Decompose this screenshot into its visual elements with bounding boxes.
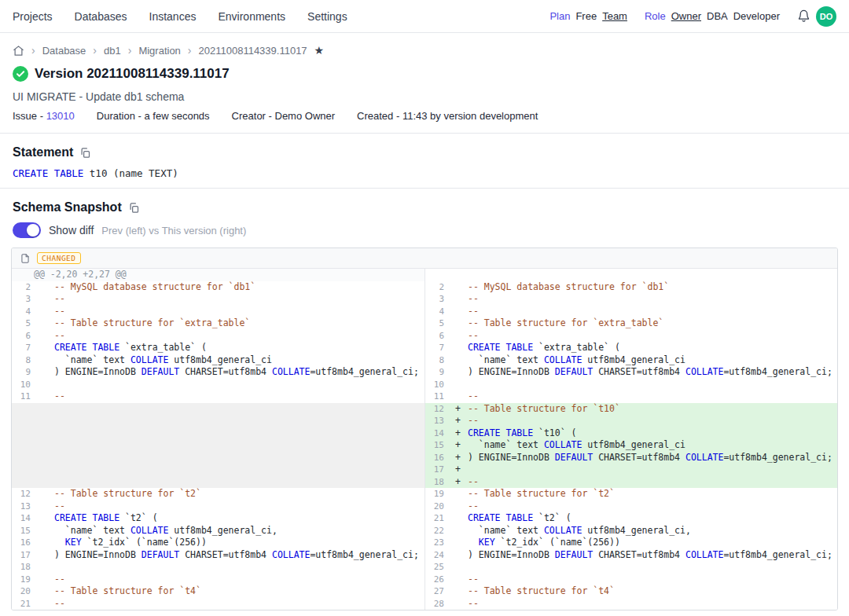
chevron-right-icon: › <box>31 45 35 56</box>
main-nav: Projects Databases Instances Environment… <box>13 10 347 23</box>
line-number: 9 <box>12 366 35 379</box>
copy-snapshot-icon[interactable] <box>128 202 140 214</box>
line-content: -- Table structure for `extra_table` <box>54 317 424 330</box>
favorite-star-icon[interactable]: ★ <box>314 44 325 57</box>
breadcrumb-version[interactable]: 20211008114339.11017 <box>199 45 307 57</box>
diff-line: 15+ `name` text COLLATE utf8mb4_general_… <box>425 439 837 452</box>
diff-line: 3-- <box>425 293 837 306</box>
line-content <box>54 476 424 489</box>
diff-sign <box>35 306 54 318</box>
line-number: 4 <box>12 306 35 318</box>
breadcrumb-db1[interactable]: db1 <box>104 45 121 57</box>
line-content: -- MySQL database structure for `db1` <box>54 281 424 294</box>
line-number: 2 <box>12 281 35 294</box>
plan-team-link[interactable]: Team <box>602 10 627 22</box>
diff-line: 10 <box>12 379 424 391</box>
line-number: 12 <box>425 403 449 416</box>
line-content: -- Table structure for `t2` <box>54 488 424 500</box>
diff-line: @@ -2,20 +2,27 @@ <box>12 269 424 281</box>
copy-statement-icon[interactable] <box>79 147 91 159</box>
line-number: 17 <box>425 464 449 476</box>
line-content: `name` text COLLATE utf8mb4_general_ci, <box>468 525 837 537</box>
line-content: -- Table structure for `t2` <box>468 488 837 500</box>
diff-line: 17+ <box>425 464 837 476</box>
role-label-link[interactable]: Role <box>645 10 666 22</box>
diff-line: 10 <box>425 379 837 391</box>
diff-sign <box>449 366 468 379</box>
line-number <box>12 452 35 464</box>
line-content: -- <box>468 390 837 403</box>
diff-line: 21CREATE TABLE `t2` ( <box>425 512 837 525</box>
breadcrumb-database[interactable]: Database <box>42 45 86 57</box>
diff-sign <box>35 366 54 379</box>
diff-line: 4-- <box>425 306 837 318</box>
diff-sign <box>35 598 54 610</box>
line-content <box>468 379 837 391</box>
line-content: -- <box>54 598 424 610</box>
line-content: CREATE TABLE `t2` ( <box>468 512 837 525</box>
line-number: 5 <box>425 317 449 330</box>
diff-line: 13+-- <box>425 415 837 427</box>
diff-sign <box>35 512 54 525</box>
diff-sign <box>449 574 468 586</box>
diff-sign <box>35 330 54 343</box>
line-number: 18 <box>12 561 35 574</box>
line-number: 15 <box>425 439 449 452</box>
show-diff-row: Show diff Prev (left) vs This version (r… <box>0 222 849 238</box>
schema-file-icon <box>20 253 31 264</box>
diff-sign <box>449 598 468 610</box>
nav-projects[interactable]: Projects <box>13 10 53 23</box>
diff-right-column: 2-- MySQL database structure for `db1`3-… <box>424 269 837 610</box>
line-number: 23 <box>425 537 449 549</box>
line-number: 28 <box>425 598 449 610</box>
meta-duration: Duration - a few seconds <box>97 110 210 122</box>
nav-databases[interactable]: Databases <box>75 10 127 23</box>
line-number <box>12 439 35 452</box>
line-content: CREATE TABLE `extra_table` ( <box>468 342 837 354</box>
diff-sign: + <box>449 476 468 489</box>
breadcrumb: › Database › db1 › Migration › 202110081… <box>0 33 849 57</box>
line-content: -- <box>468 500 837 513</box>
show-diff-toggle[interactable] <box>13 222 41 238</box>
breadcrumb-migration[interactable]: Migration <box>138 45 180 57</box>
sql-rest: t10 (name TEXT) <box>83 167 178 179</box>
diff-line: 5-- Table structure for `extra_table` <box>425 317 837 330</box>
diff-sign: + <box>449 452 468 464</box>
diff-sign <box>35 574 54 586</box>
notifications-bell-icon[interactable] <box>797 9 810 23</box>
line-number: 14 <box>12 512 35 525</box>
version-header: Version 20211008114339.11017 <box>0 66 849 82</box>
diff-sign <box>35 403 54 416</box>
line-number: 9 <box>425 366 449 379</box>
diff-line: 11-- <box>425 390 837 403</box>
home-icon[interactable] <box>13 45 24 57</box>
diff-sign: + <box>449 415 468 427</box>
plan-label-link[interactable]: Plan <box>549 10 570 22</box>
diff-sign <box>35 476 54 489</box>
diff-line: 18 <box>12 561 424 574</box>
diff-line <box>12 476 424 489</box>
role-owner[interactable]: Owner <box>671 10 701 22</box>
diff-sign: + <box>449 427 468 440</box>
line-content: -- MySQL database structure for `db1` <box>468 281 837 294</box>
line-content: -- <box>468 476 837 489</box>
diff-sign <box>35 439 54 452</box>
nav-settings[interactable]: Settings <box>307 10 347 23</box>
diff-line: 23 KEY `t2_idx` (`name`(256)) <box>425 537 837 549</box>
nav-environments[interactable]: Environments <box>218 10 285 23</box>
line-number: 27 <box>425 585 449 598</box>
line-number: 8 <box>12 354 35 367</box>
chevron-right-icon: › <box>188 45 192 56</box>
issue-link[interactable]: 13010 <box>46 110 75 122</box>
line-number: 20 <box>425 500 449 513</box>
diff-sign <box>35 281 54 294</box>
diff-line: 17) ENGINE=InnoDB DEFAULT CHARSET=utf8mb… <box>12 549 424 562</box>
meta-issue: Issue - 13010 <box>13 110 75 122</box>
meta-row: Issue - 13010 Duration - a few seconds C… <box>0 110 849 122</box>
toggle-knob <box>27 224 39 236</box>
nav-instances[interactable]: Instances <box>149 10 197 23</box>
diff-line <box>425 269 837 281</box>
line-content <box>54 439 424 452</box>
diff-line <box>12 464 424 476</box>
user-avatar[interactable]: DO <box>816 6 836 27</box>
